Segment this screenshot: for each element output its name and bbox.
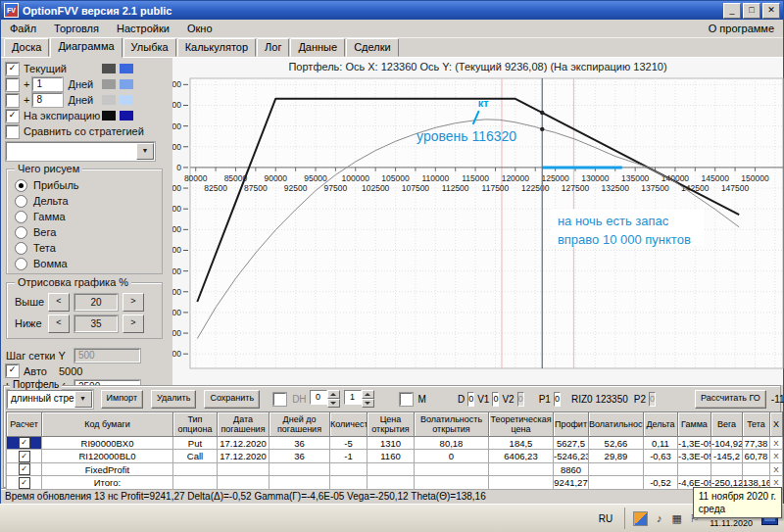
d-field[interactable]: 0 xyxy=(467,392,474,407)
dh-spinner-1[interactable]: 0 xyxy=(310,390,340,408)
close-button[interactable]: ✕ xyxy=(762,3,780,19)
draw-option-1[interactable]: Дельта xyxy=(15,193,158,209)
m-checkbox[interactable] xyxy=(400,393,413,406)
draw-option-0[interactable]: Прибыль xyxy=(15,177,158,193)
below-increment-button[interactable]: > xyxy=(122,314,144,333)
minimize-button[interactable]: _ xyxy=(723,3,741,19)
row-calc-cell[interactable]: ✓ xyxy=(7,437,42,450)
radio-icon[interactable] xyxy=(15,211,27,223)
taskbar[interactable]: RU ♪ ▦ ⚐ 23:48 11.11.2020 xyxy=(0,504,784,532)
compare-strategy-checkbox[interactable] xyxy=(6,125,19,138)
col-header-2[interactable]: Тип опциона xyxy=(173,412,218,437)
col-header-12[interactable]: Гамма xyxy=(678,412,711,437)
above-decrement-button[interactable]: < xyxy=(48,293,70,312)
radio-icon[interactable] xyxy=(15,195,27,208)
auto-checkbox[interactable]: ✓ xyxy=(6,364,19,377)
tab-4[interactable]: Лог xyxy=(257,38,289,57)
menu-item-0[interactable]: Файл xyxy=(1,21,45,36)
table-row-3[interactable]: ✓Итого:9241,27-0,52-4,6E-05-250,12138,16… xyxy=(7,476,783,489)
col-header-7[interactable]: Волатильность открытия xyxy=(415,412,489,437)
col-header-5[interactable]: Количество xyxy=(330,412,368,437)
chevron-down-icon[interactable]: ▼ xyxy=(136,143,154,160)
menu-item-1[interactable]: Торговля xyxy=(45,21,108,36)
draw-option-4[interactable]: Тета xyxy=(15,240,158,256)
calc-margin-button[interactable]: Рассчитать ГО xyxy=(695,390,766,409)
calc-checkbox[interactable]: ✓ xyxy=(19,463,30,475)
calc-checkbox[interactable]: ✓ xyxy=(19,451,30,462)
below-decrement-button[interactable]: < xyxy=(48,314,70,333)
language-indicator[interactable]: RU xyxy=(599,513,612,524)
draw-option-2[interactable]: Гамма xyxy=(15,209,158,224)
delete-button[interactable]: Удалить xyxy=(151,390,196,409)
col-header-11[interactable]: Дельта xyxy=(644,412,678,437)
col-header-0[interactable]: Расчет xyxy=(7,412,42,437)
series-checkbox-1[interactable] xyxy=(6,78,19,91)
tab-2[interactable]: Улыбка xyxy=(123,38,176,57)
days-offset-field-2[interactable]: 8 xyxy=(32,93,63,107)
table-row-2[interactable]: ✓FixedProfit8860X xyxy=(7,462,783,475)
title-bar[interactable]: FV OptionFVV версия 2.1 public _ □ ✕ xyxy=(1,1,783,20)
col-header-8[interactable]: Теоретическая цена xyxy=(489,412,554,437)
spin-up-icon[interactable] xyxy=(362,390,374,399)
tab-6[interactable]: Сделки xyxy=(346,38,399,57)
calc-checkbox[interactable]: ✓ xyxy=(19,477,30,489)
radio-icon[interactable] xyxy=(15,258,27,270)
v1-field[interactable]: 0 xyxy=(492,392,499,407)
row-delete-button[interactable]: X xyxy=(770,462,783,475)
menu-item-3[interactable]: Окно xyxy=(178,21,221,36)
payoff-chart[interactable]: 8000082500850008750090000925009500097500… xyxy=(172,74,784,390)
days-offset-field-1[interactable]: 1 xyxy=(32,77,63,91)
col-header-9[interactable]: Профит xyxy=(554,412,589,437)
spin-down-icon[interactable] xyxy=(362,399,374,408)
p2-field[interactable]: 0 xyxy=(649,392,656,407)
spin-down-icon[interactable] xyxy=(327,399,340,408)
v2-field[interactable]: 0 xyxy=(517,392,524,407)
dh-checkbox[interactable] xyxy=(273,393,286,406)
col-header-14[interactable]: Тета xyxy=(743,412,770,437)
strategy-combo[interactable]: длинный стре ▼ xyxy=(7,390,93,409)
draw-option-5[interactable]: Вомма xyxy=(15,256,158,271)
tab-3[interactable]: Калькулятор xyxy=(177,38,256,57)
draw-option-3[interactable]: Вега xyxy=(15,224,158,240)
import-button[interactable]: Импорт xyxy=(101,390,143,409)
series-checkbox-0[interactable]: ✓ xyxy=(6,63,19,75)
tab-0[interactable]: Доска xyxy=(4,38,49,57)
calc-checkbox[interactable]: ✓ xyxy=(19,437,30,449)
row-delete-button[interactable]: X xyxy=(770,450,783,462)
table-row-1[interactable]: ✓RI120000BL0Call17.12.202036-1116006406,… xyxy=(7,450,783,462)
dh-spinner-2[interactable]: 1 xyxy=(344,390,374,408)
series-checkbox-3[interactable]: ✓ xyxy=(6,110,19,122)
tab-5[interactable]: Данные xyxy=(290,38,345,57)
spin-up-icon[interactable] xyxy=(327,390,340,399)
radio-icon[interactable] xyxy=(15,242,27,255)
col-header-3[interactable]: Дата погашения xyxy=(218,412,270,437)
table-row-0[interactable]: ✓RI90000BX0Put17.12.202036-5131080,18184… xyxy=(7,437,783,450)
above-increment-button[interactable]: > xyxy=(122,293,144,312)
tab-1[interactable]: Диаграмма xyxy=(50,37,122,58)
chevron-down-icon[interactable]: ▼ xyxy=(74,391,92,408)
row-calc-cell[interactable]: ✓ xyxy=(7,462,42,475)
menu-item-2[interactable]: Настройки xyxy=(108,21,178,36)
tray-app-icon[interactable] xyxy=(633,511,648,526)
col-header-10[interactable]: Волатильность xyxy=(589,412,644,437)
row-calc-cell[interactable]: ✓ xyxy=(7,450,42,462)
grid-y-field[interactable]: 500 xyxy=(74,349,140,363)
menu-item-about[interactable]: О программе xyxy=(709,23,783,34)
save-button[interactable]: Сохранить xyxy=(204,390,260,409)
row-delete-button[interactable]: X xyxy=(770,437,783,450)
radio-icon[interactable] xyxy=(15,179,27,192)
p1-field[interactable]: 0 xyxy=(554,392,561,407)
col-header-1[interactable]: Код бумаги xyxy=(42,412,173,437)
col-header-15[interactable]: X xyxy=(770,412,783,437)
strategy-compare-combo[interactable]: ▼ xyxy=(6,142,155,161)
volume-icon[interactable]: ♪ xyxy=(653,512,665,525)
col-header-4[interactable]: Дней до погашения xyxy=(270,412,330,437)
col-header-13[interactable]: Вега xyxy=(711,412,743,437)
row-calc-cell[interactable]: ✓ xyxy=(7,476,42,489)
radio-icon[interactable] xyxy=(15,226,27,239)
network-icon[interactable]: ▦ xyxy=(670,512,683,525)
col-header-6[interactable]: Цена открытия xyxy=(368,412,415,437)
maximize-button[interactable]: □ xyxy=(743,3,760,19)
series-checkbox-2[interactable] xyxy=(6,94,19,107)
compare-strategy-row[interactable]: Сравнить со стратегией xyxy=(6,123,171,139)
